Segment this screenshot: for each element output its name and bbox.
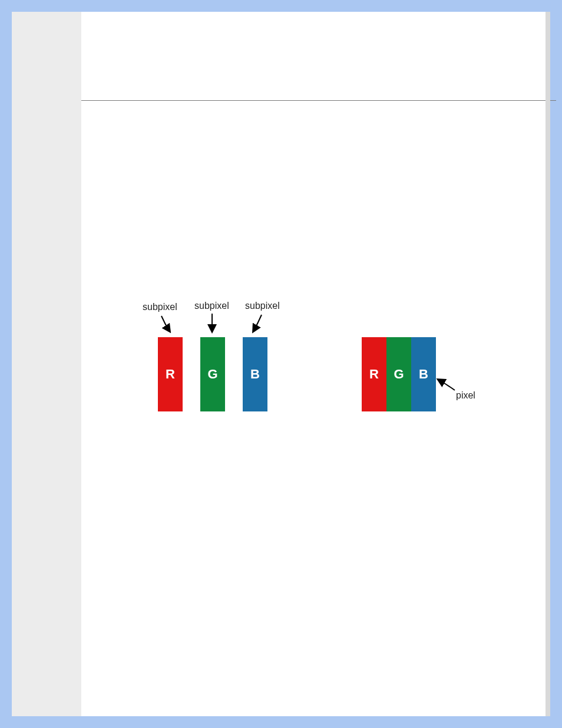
- pixel-letter-r: R: [369, 367, 379, 382]
- pixel-part-green: G: [386, 337, 411, 411]
- subpixel-blue: B: [243, 337, 267, 411]
- arrow-icon: [159, 314, 177, 335]
- label-subpixel-g: subpixel: [194, 301, 229, 311]
- subpixel-green: G: [200, 337, 225, 411]
- pixel-part-blue: B: [411, 337, 436, 411]
- label-subpixel-b: subpixel: [245, 301, 280, 311]
- subpixel-letter-r: R: [166, 367, 175, 382]
- pixel-letter-g: G: [394, 367, 404, 382]
- arrow-icon: [435, 376, 458, 394]
- viewport-border: subpixel R subpixel: [0, 0, 562, 728]
- pixel-part-red: R: [362, 337, 386, 411]
- pixel-letter-b: B: [419, 367, 428, 382]
- rgb-subpixel-diagram: subpixel R subpixel: [81, 12, 546, 483]
- document-page: subpixel R subpixel: [81, 12, 546, 716]
- arrow-icon: [249, 312, 266, 335]
- label-subpixel-r: subpixel: [143, 302, 177, 312]
- page-edge-shadow: [546, 12, 550, 716]
- document-frame: subpixel R subpixel: [12, 12, 550, 716]
- arrow-icon: [206, 312, 218, 335]
- subpixel-letter-b: B: [250, 367, 260, 382]
- label-pixel: pixel: [456, 390, 475, 401]
- subpixel-red: R: [158, 337, 183, 411]
- subpixel-letter-g: G: [207, 367, 217, 382]
